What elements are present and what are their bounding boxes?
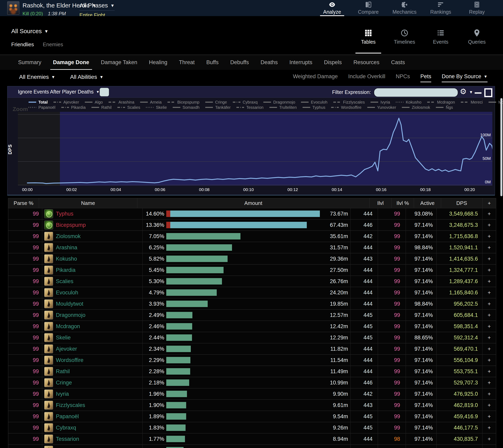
chevron-down-icon[interactable]: ▼ <box>469 90 473 95</box>
tab-damage-taken[interactable]: Damage Taken <box>101 55 137 70</box>
legend-item-typhus[interactable]: Typhus <box>302 105 325 110</box>
expand-row-button[interactable]: + <box>482 366 496 377</box>
tab-dispels[interactable]: Dispels <box>324 55 342 70</box>
toggle-done-by-source[interactable]: Done By Source▼ <box>442 73 487 82</box>
ilvl-percent[interactable]: 99 <box>378 231 406 242</box>
ilvl-percent[interactable]: 98 <box>378 445 406 448</box>
parse-percent[interactable]: 99 <box>8 343 42 354</box>
ignore-deaths-dropdown[interactable]: Ignore Events After Player Deaths▼ <box>18 89 99 95</box>
legend-item-cringe[interactable]: Cringe <box>205 100 227 105</box>
expand-row-button[interactable]: + <box>482 377 496 388</box>
legend-item-wordsoffire[interactable]: Wordsoffire <box>331 105 362 110</box>
expand-row-button[interactable]: + <box>482 355 496 366</box>
pet-name-link[interactable]: Pikardia <box>56 267 76 273</box>
legend-item-tankäfer[interactable]: Tankäfer <box>205 105 231 110</box>
dps-plot-area[interactable]: 100M50M0M <box>18 112 492 186</box>
enemies-link[interactable]: Enemies <box>43 41 63 48</box>
parse-percent[interactable]: 99 <box>8 287 42 298</box>
pet-name-link[interactable]: Rathil <box>56 368 70 375</box>
pet-name-link[interactable]: Fizzlyscales <box>56 402 85 408</box>
expand-row-button[interactable]: + <box>482 422 496 433</box>
legend-item-kokusho[interactable]: Kokusho <box>396 100 421 105</box>
parse-percent[interactable]: 99 <box>8 445 42 448</box>
legend-item-dragonmojo[interactable]: Dragonmojo <box>263 100 295 105</box>
legend-item-ziolosmok[interactable]: Ziolosmok <box>402 105 430 110</box>
expand-row-button[interactable]: + <box>482 433 496 444</box>
legend-item-algo[interactable]: Algo <box>85 100 103 105</box>
pet-name-link[interactable]: Kokusho <box>56 256 77 262</box>
parse-percent[interactable]: 99 <box>8 366 42 377</box>
legend-item-ivyria[interactable]: Ivyria <box>370 100 390 105</box>
ilvl-percent[interactable]: 99 <box>378 332 406 343</box>
legend-item-arneia[interactable]: Arneia <box>140 100 162 105</box>
legend-item-arashina[interactable]: Arashina <box>108 100 134 105</box>
column-header-active[interactable]: Active <box>414 198 441 208</box>
pet-name-link[interactable]: Evoculoh <box>56 289 78 296</box>
legend-item-mcdragon[interactable]: Mcdragon <box>427 100 455 105</box>
legend-item-rathil[interactable]: Rathil <box>91 105 111 110</box>
tab-damage-done[interactable]: Damage Done <box>53 55 89 70</box>
pet-name-link[interactable]: Skelie <box>56 335 71 341</box>
dropdown-all-enemies[interactable]: All Enemies▼ <box>19 74 55 80</box>
ilvl-percent[interactable]: 99 <box>378 355 406 366</box>
parse-percent[interactable]: 99 <box>8 433 42 444</box>
parse-percent[interactable]: 99 <box>8 377 42 388</box>
legend-item-fizzlyscales[interactable]: Fizzlyscales <box>333 100 365 105</box>
pet-name-link[interactable]: Bicepspump <box>56 222 86 228</box>
tab-healing[interactable]: Healing <box>149 55 168 70</box>
toggle-include-overkill[interactable]: Include Overkill <box>348 73 385 82</box>
legend-item-pikardia[interactable]: Pikardia <box>61 105 86 110</box>
toggle-npcs[interactable]: NPCs <box>396 73 410 82</box>
pet-name-link[interactable]: Algo <box>56 447 67 448</box>
ilvl-percent[interactable]: 99 <box>378 287 406 298</box>
expand-row-button[interactable]: + <box>482 445 496 448</box>
expand-row-button[interactable]: + <box>482 310 496 320</box>
expand-row-button[interactable]: + <box>482 265 496 275</box>
expand-row-button[interactable]: + <box>482 400 496 411</box>
expand-row-button[interactable]: + <box>482 220 496 230</box>
pet-name-link[interactable]: Cybraxq <box>56 425 76 431</box>
ilvl-percent[interactable]: 99 <box>378 411 406 422</box>
legend-item-mereci[interactable]: Mereci <box>461 100 483 105</box>
ilvl-percent[interactable]: 99 <box>378 310 406 320</box>
ilvl-percent[interactable]: 99 <box>378 366 406 377</box>
tab-threat[interactable]: Threat <box>179 55 195 70</box>
legend-item-yunovoker[interactable]: Yunovoker <box>367 105 396 110</box>
tab-summary[interactable]: Summary <box>18 55 41 70</box>
nav-item-rankings[interactable]: Rankings <box>423 0 459 16</box>
view-item-timelines[interactable]: Timelines <box>386 27 423 55</box>
ilvl-percent[interactable]: 99 <box>378 220 406 230</box>
ilvl-percent[interactable]: 99 <box>378 276 406 287</box>
column-header-parse[interactable]: Parse % <box>8 198 39 208</box>
column-header-dps[interactable]: DPS <box>441 198 482 208</box>
view-item-events[interactable]: Events <box>423 27 459 55</box>
ilvl-percent[interactable]: 99 <box>378 208 406 219</box>
expand-row-button[interactable]: + <box>482 208 496 219</box>
ilvl-percent[interactable]: 99 <box>378 422 406 433</box>
legend-item-scalies[interactable]: Scalies <box>117 105 140 110</box>
parse-percent[interactable]: 99 <box>8 220 42 230</box>
ilvl-percent[interactable]: 99 <box>378 321 406 332</box>
pet-name-link[interactable]: Papanoël <box>56 413 79 420</box>
dropdown-all-abilities[interactable]: All Abilities▼ <box>70 74 104 80</box>
page-scrollbar[interactable] <box>500 98 503 196</box>
pet-name-link[interactable]: Mouldytwot <box>56 301 83 307</box>
tab-debuffs[interactable]: Debuffs <box>230 55 249 70</box>
legend-item-evoculoh[interactable]: Evoculoh <box>301 100 327 105</box>
nav-item-compare[interactable]: Compare <box>350 0 386 16</box>
legend-item-tessarion[interactable]: Tessarion <box>236 105 264 110</box>
parse-percent[interactable]: 99 <box>8 208 42 219</box>
ilvl-percent[interactable]: 99 <box>378 265 406 275</box>
expand-row-button[interactable]: + <box>482 321 496 332</box>
expand-row-button[interactable]: + <box>482 276 496 287</box>
expand-row-button[interactable]: + <box>482 242 496 253</box>
ilvl-percent[interactable]: 99 <box>378 343 406 354</box>
expand-row-button[interactable]: + <box>482 287 496 298</box>
filter-expression-input[interactable] <box>374 88 458 97</box>
parse-percent[interactable]: 99 <box>8 422 42 433</box>
expand-row-button[interactable]: + <box>482 388 496 399</box>
column-header-[interactable]: + <box>482 198 496 208</box>
ilvl-percent[interactable]: 98 <box>378 433 406 444</box>
column-header-ilvl[interactable]: Ilvl % <box>392 198 414 208</box>
parse-percent[interactable]: 99 <box>8 321 42 332</box>
